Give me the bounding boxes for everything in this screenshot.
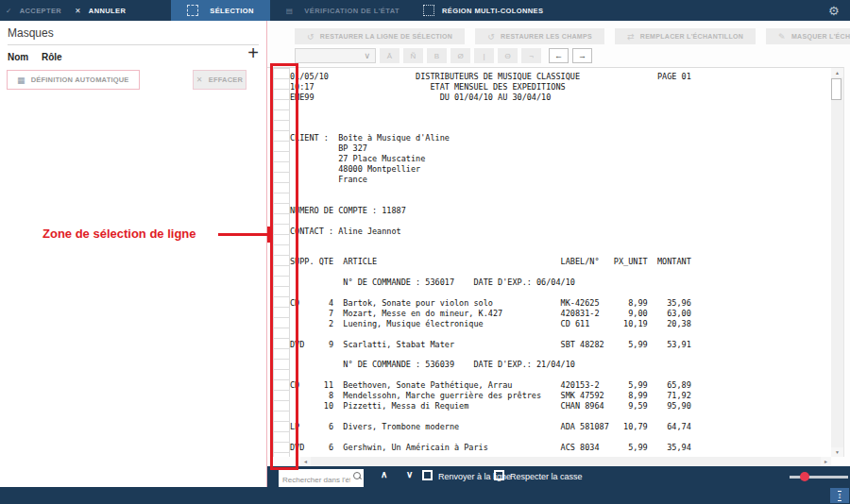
report-region: ↺ RESTAURER LA LIGNE DE SÉLECTION ↺ REST… (267, 21, 850, 487)
panel-divider (8, 44, 259, 45)
replace-sample-label: REMPLACER L'ÉCHANTILLON (640, 33, 743, 40)
report-viewport: 01/05/10 DISTRIBUTEURS DE MUSIQUE CLASSI… (267, 67, 844, 457)
replace-sample-button[interactable]: ⇄ REMPLACER L'ÉCHANTILLON (615, 28, 756, 44)
vertical-resize-icon: ↕ (838, 491, 842, 501)
scroll-down-icon[interactable]: ▼ (831, 447, 843, 457)
chevron-down-icon: ∨ (364, 51, 370, 60)
tab-selection-label: SÉLECTION (210, 7, 254, 15)
auto-definition-icon: ▦ (17, 76, 26, 85)
masks-panel: Masques Nom Rôle + ▦ DÉFINITION AUTOMATI… (0, 21, 266, 487)
restore-selection-line-button[interactable]: ↺ RESTAURER LA LIGNE DE SÉLECTION (295, 28, 465, 44)
gear-icon[interactable]: ⚙ (828, 4, 840, 18)
search-next-button[interactable]: ∨ (406, 469, 413, 479)
format-bold-button[interactable]: B (427, 48, 447, 63)
vertical-scrollbar-thumb[interactable] (831, 78, 842, 100)
format-accent-button[interactable]: Ā (380, 48, 400, 63)
annotation-label: Zone de sélection de ligne (42, 227, 196, 241)
format-not-button[interactable]: ¬ (521, 48, 541, 63)
clear-button[interactable]: ✕ EFFACER (193, 70, 246, 90)
accept-label: ACCEPTER (20, 7, 61, 15)
format-bar-button[interactable]: | (474, 48, 494, 63)
cancel-button[interactable]: ✕ ANNULER (75, 7, 126, 15)
format-tilde-button[interactable]: Ñ (403, 48, 423, 63)
swap-icon: ⇄ (627, 32, 635, 42)
vertical-scrollbar[interactable]: ▲ ▼ (831, 68, 843, 457)
clipboard-check-icon: ▤ (286, 7, 294, 15)
column-header-name: Nom (8, 52, 28, 62)
selection-frame-icon (187, 5, 198, 16)
search-input[interactable] (279, 473, 364, 487)
tab-region-label: RÉGION MULTI-COLONNES (442, 7, 543, 15)
panel-title: Masques (8, 26, 54, 40)
search-icon (353, 472, 361, 479)
undo-icon: ↺ (307, 32, 314, 42)
annotation-pointer-tick (267, 227, 270, 243)
match-case-checkbox[interactable] (494, 470, 504, 480)
format-slash-zero-button[interactable]: Ø (450, 48, 470, 63)
report-toolbar-row2: ∨ Ā Ñ B Ø | Θ ¬ ← → (295, 48, 592, 63)
multicolumn-region-icon (423, 5, 434, 16)
restore-fields-label: RESTAURER LES CHAMPS (501, 33, 592, 40)
tab-multicolumn-region[interactable]: RÉGION MULTI-COLONNES (423, 5, 543, 16)
zoom-slider-knob[interactable] (800, 472, 809, 481)
search-previous-button[interactable]: ∧ (381, 469, 387, 479)
report-toolbar-row1: ↺ RESTAURER LA LIGNE DE SÉLECTION ↺ REST… (295, 28, 850, 44)
clear-label: EFFACER (209, 76, 243, 84)
match-case-label: Respecter la casse (510, 472, 583, 481)
auto-definition-button[interactable]: ▦ DÉFINITION AUTOMATIQUE (7, 70, 140, 90)
tab-selection[interactable]: SÉLECTION (171, 0, 270, 21)
top-toolbar: ✓ ACCEPTER ✕ ANNULER SÉLECTION ▤ VÉRIFIC… (0, 0, 850, 21)
annotation-pointer-line (218, 233, 269, 236)
restore-fields-button[interactable]: ↺ RESTAURER LES CHAMPS (475, 28, 604, 44)
close-icon: ✕ (75, 7, 81, 15)
font-dropdown[interactable]: ∨ (295, 48, 376, 63)
check-icon: ✓ (6, 7, 12, 15)
mask-text-sample-button[interactable]: ✎ MASQUER L'ÉCHANTILLON DE TEXTE (766, 28, 850, 44)
cancel-label: ANNULER (89, 7, 126, 15)
report-document-text[interactable]: 01/05/10 DISTRIBUTEURS DE MUSIQUE CLASSI… (267, 68, 691, 453)
restore-selection-line-label: RESTAURER LA LIGNE DE SÉLECTION (320, 33, 452, 40)
line-selector-cell[interactable] (273, 452, 290, 457)
vertical-resize-button[interactable]: ↕ (830, 488, 849, 503)
scroll-up-icon[interactable]: ▲ (831, 68, 843, 77)
horizontal-scrollbar[interactable]: ◄ ► (300, 457, 831, 466)
bottom-status-bar: ↕ (0, 487, 850, 504)
mask-text-sample-label: MASQUER L'ÉCHANTILLON DE TEXTE (791, 33, 850, 40)
next-page-button[interactable]: → (572, 48, 592, 63)
wrap-line-checkbox[interactable] (422, 470, 433, 480)
scroll-right-icon[interactable]: ► (821, 457, 831, 466)
clear-x-icon: ✕ (196, 76, 203, 84)
add-mask-button[interactable]: + (247, 43, 259, 62)
column-header-role: Rôle (42, 52, 62, 62)
format-theta-button[interactable]: Θ (498, 48, 518, 63)
search-field-wrap (279, 469, 364, 483)
pencil-icon: ✎ (778, 32, 786, 42)
undo-icon: ↺ (487, 32, 495, 42)
auto-definition-label: DÉFINITION AUTOMATIQUE (31, 76, 129, 84)
scroll-left-icon[interactable]: ◄ (300, 457, 311, 466)
tab-report-verification[interactable]: ▤ VÉRIFICATION DE L'ÉTAT (270, 0, 416, 21)
accept-button[interactable]: ✓ ACCEPTER (6, 7, 61, 15)
search-bar: ∧ ∨ Renvoyer à la ligne Respecter la cas… (267, 466, 850, 487)
zoom-slider-track[interactable] (790, 476, 848, 479)
tab-verification-label: VÉRIFICATION DE L'ÉTAT (304, 7, 400, 15)
prev-page-button[interactable]: ← (549, 48, 569, 63)
